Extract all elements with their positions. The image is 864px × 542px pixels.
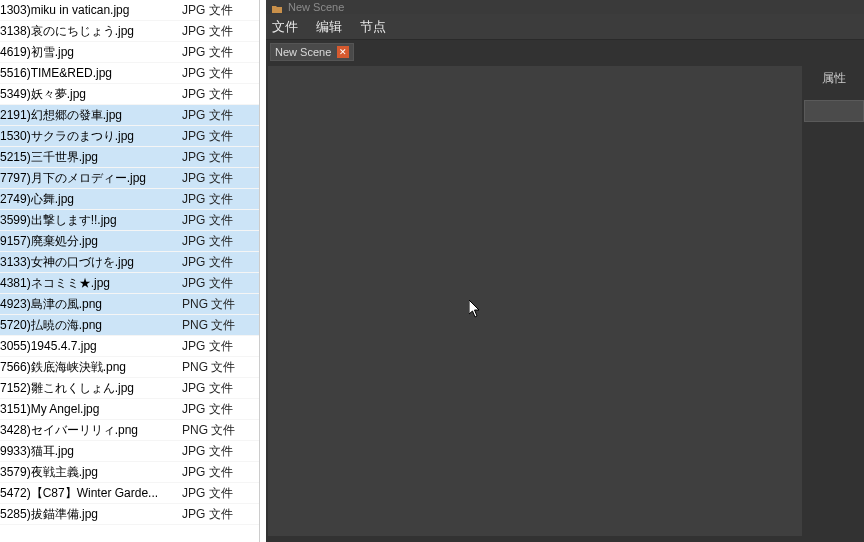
file-name: 2191)幻想郷の發車.jpg — [0, 107, 178, 124]
file-row[interactable]: 3133)女神の口づけを.jpgJPG 文件 — [0, 252, 259, 273]
file-row[interactable]: 5285)拔錨準備.jpgJPG 文件 — [0, 504, 259, 525]
folder-icon — [272, 3, 282, 11]
menu-node[interactable]: 节点 — [360, 18, 386, 36]
file-type: JPG 文件 — [178, 485, 259, 502]
file-type: PNG 文件 — [178, 296, 259, 313]
menu-file[interactable]: 文件 — [272, 18, 298, 36]
properties-pane: 属性 — [804, 64, 864, 542]
tab-label: New Scene — [275, 46, 331, 58]
work-area: 属性 — [266, 64, 864, 542]
properties-body[interactable] — [804, 100, 864, 122]
file-type: JPG 文件 — [178, 275, 259, 292]
file-name: 5349)妖々夢.jpg — [0, 86, 178, 103]
file-name: 4923)島津の風.png — [0, 296, 178, 313]
file-name: 5516)TIME&RED.jpg — [0, 66, 178, 80]
file-type: PNG 文件 — [178, 317, 259, 334]
file-row[interactable]: 4923)島津の風.pngPNG 文件 — [0, 294, 259, 315]
file-row[interactable]: 5516)TIME&RED.jpgJPG 文件 — [0, 63, 259, 84]
file-name: 2749)心舞.jpg — [0, 191, 178, 208]
file-name: 7797)月下のメロディー.jpg — [0, 170, 178, 187]
file-type: JPG 文件 — [178, 149, 259, 166]
file-type: JPG 文件 — [178, 107, 259, 124]
file-type: JPG 文件 — [178, 506, 259, 523]
file-type: JPG 文件 — [178, 233, 259, 250]
menu-edit[interactable]: 编辑 — [316, 18, 342, 36]
file-name: 3599)出撃します!!.jpg — [0, 212, 178, 229]
file-row[interactable]: 7797)月下のメロディー.jpgJPG 文件 — [0, 168, 259, 189]
file-row[interactable]: 5720)払暁の海.pngPNG 文件 — [0, 315, 259, 336]
file-type: JPG 文件 — [178, 443, 259, 460]
file-name: 3428)セイバーリリィ.png — [0, 422, 178, 439]
file-name: 7566)鉄底海峡決戦.png — [0, 359, 178, 376]
file-type: PNG 文件 — [178, 422, 259, 439]
file-row[interactable]: 2191)幻想郷の發車.jpgJPG 文件 — [0, 105, 259, 126]
file-row[interactable]: 5215)三千世界.jpgJPG 文件 — [0, 147, 259, 168]
file-name: 3138)哀のにちじょう.jpg — [0, 23, 178, 40]
file-row[interactable]: 1530)サクラのまつり.jpgJPG 文件 — [0, 126, 259, 147]
tab-new-scene[interactable]: New Scene ✕ — [270, 43, 354, 61]
file-type: JPG 文件 — [178, 128, 259, 145]
file-name: 4381)ネコミミ★.jpg — [0, 275, 178, 292]
file-type: JPG 文件 — [178, 464, 259, 481]
file-name: 5720)払暁の海.png — [0, 317, 178, 334]
file-row[interactable]: 3428)セイバーリリィ.pngPNG 文件 — [0, 420, 259, 441]
file-name: 9157)廃棄処分.jpg — [0, 233, 178, 250]
file-row[interactable]: 5349)妖々夢.jpgJPG 文件 — [0, 84, 259, 105]
file-name: 3579)夜戦主義.jpg — [0, 464, 178, 481]
file-rows-container: 1303)miku in vatican.jpgJPG 文件3138)哀のにちじ… — [0, 0, 259, 525]
file-type: JPG 文件 — [178, 65, 259, 82]
file-name: 5472)【C87】Winter Garde... — [0, 485, 178, 502]
file-name: 3133)女神の口づけを.jpg — [0, 254, 178, 271]
file-type: JPG 文件 — [178, 191, 259, 208]
file-type: JPG 文件 — [178, 212, 259, 229]
file-row[interactable]: 4619)初雪.jpgJPG 文件 — [0, 42, 259, 63]
file-row[interactable]: 3138)哀のにちじょう.jpgJPG 文件 — [0, 21, 259, 42]
properties-label: 属性 — [804, 64, 864, 84]
file-row[interactable]: 5472)【C87】Winter Garde...JPG 文件 — [0, 483, 259, 504]
file-row[interactable]: 1303)miku in vatican.jpgJPG 文件 — [0, 0, 259, 21]
file-name: 3055)1945.4.7.jpg — [0, 339, 178, 353]
file-name: 5215)三千世界.jpg — [0, 149, 178, 166]
file-type: JPG 文件 — [178, 170, 259, 187]
editor-panel: New Scene 文件 编辑 节点 New Scene ✕ 属性 — [266, 0, 864, 542]
file-type: JPG 文件 — [178, 2, 259, 19]
file-row[interactable]: 9157)廃棄処分.jpgJPG 文件 — [0, 231, 259, 252]
file-name: 5285)拔錨準備.jpg — [0, 506, 178, 523]
file-type: JPG 文件 — [178, 86, 259, 103]
file-list-panel: 1303)miku in vatican.jpgJPG 文件3138)哀のにちじ… — [0, 0, 260, 542]
file-name: 7152)雛これくしょん.jpg — [0, 380, 178, 397]
file-row[interactable]: 3151)My Angel.jpgJPG 文件 — [0, 399, 259, 420]
file-type: PNG 文件 — [178, 359, 259, 376]
close-icon[interactable]: ✕ — [337, 46, 349, 58]
file-type: JPG 文件 — [178, 254, 259, 271]
file-type: JPG 文件 — [178, 401, 259, 418]
file-row[interactable]: 7152)雛これくしょん.jpgJPG 文件 — [0, 378, 259, 399]
file-row[interactable]: 7566)鉄底海峡決戦.pngPNG 文件 — [0, 357, 259, 378]
file-name: 9933)猫耳.jpg — [0, 443, 178, 460]
file-name: 1303)miku in vatican.jpg — [0, 3, 178, 17]
tab-bar: New Scene ✕ — [266, 40, 864, 64]
file-type: JPG 文件 — [178, 380, 259, 397]
file-row[interactable]: 3579)夜戦主義.jpgJPG 文件 — [0, 462, 259, 483]
file-type: JPG 文件 — [178, 44, 259, 61]
file-type: JPG 文件 — [178, 23, 259, 40]
canvas-area[interactable] — [268, 66, 802, 536]
file-row[interactable]: 3599)出撃します!!.jpgJPG 文件 — [0, 210, 259, 231]
file-name: 3151)My Angel.jpg — [0, 402, 178, 416]
file-name: 4619)初雪.jpg — [0, 44, 178, 61]
title-bar: New Scene — [266, 0, 864, 14]
title-text: New Scene — [288, 1, 344, 13]
file-row[interactable]: 2749)心舞.jpgJPG 文件 — [0, 189, 259, 210]
file-row[interactable]: 4381)ネコミミ★.jpgJPG 文件 — [0, 273, 259, 294]
file-type: JPG 文件 — [178, 338, 259, 355]
file-row[interactable]: 3055)1945.4.7.jpgJPG 文件 — [0, 336, 259, 357]
file-row[interactable]: 9933)猫耳.jpgJPG 文件 — [0, 441, 259, 462]
file-name: 1530)サクラのまつり.jpg — [0, 128, 178, 145]
menu-bar: 文件 编辑 节点 — [266, 14, 864, 40]
